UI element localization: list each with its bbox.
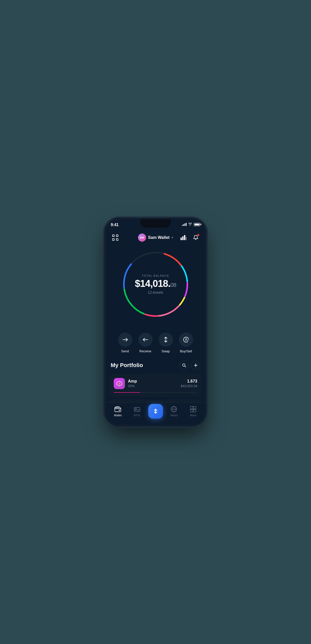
swap-label: Swap — [161, 349, 170, 353]
nav-more[interactable]: More — [184, 406, 203, 417]
asset-card-amp[interactable]: ⚡ Amp 32% 1.673 $43,003.34 — [110, 374, 201, 397]
app-content[interactable]: SW Sam Wallet ▾ — [106, 219, 205, 425]
nav-web3[interactable]: Web3 — [165, 406, 184, 417]
portfolio-title: My Portfolio — [111, 362, 143, 369]
buysell-button[interactable]: $ Buy/Sell — [179, 333, 193, 353]
portfolio-add-button[interactable] — [191, 361, 200, 370]
svg-rect-10 — [186, 237, 187, 240]
wallet-nav-icon — [114, 406, 121, 413]
svg-rect-7 — [181, 238, 182, 240]
svg-rect-1 — [116, 235, 118, 237]
amp-progress-bar — [114, 392, 197, 393]
portfolio-actions — [179, 361, 200, 370]
signal-bar-3 — [185, 223, 185, 226]
portfolio-search-button[interactable] — [179, 361, 189, 370]
svg-rect-33 — [119, 410, 120, 411]
notch — [140, 219, 171, 228]
amp-progress-fill — [114, 392, 140, 393]
bottom-nav: Wallet NFTs — [106, 402, 205, 425]
more-nav-icon — [190, 406, 197, 413]
amp-values: 1.673 $43,003.34 — [181, 379, 197, 388]
header-right — [179, 233, 200, 242]
wallet-nav-label: Wallet — [114, 414, 122, 417]
svg-rect-0 — [112, 235, 114, 237]
buysell-icon: $ — [179, 333, 193, 347]
amp-usd: $43,003.34 — [181, 384, 197, 388]
signal-bar-4 — [186, 223, 187, 226]
nfts-nav-icon — [134, 406, 141, 413]
balance-cents: 08 — [170, 282, 176, 288]
amp-pct: 32% — [128, 384, 178, 388]
svg-line-27 — [185, 366, 186, 367]
receive-label: Receive — [139, 349, 151, 353]
total-balance-label: TOTAL BALANCE — [135, 274, 176, 277]
signal-bar-2 — [183, 224, 184, 226]
svg-rect-41 — [190, 406, 193, 409]
avatar: SW — [138, 234, 146, 242]
chevron-down-icon: ▾ — [172, 236, 173, 239]
balance-main: $14,018. — [135, 278, 170, 289]
nav-center[interactable] — [147, 404, 165, 419]
svg-rect-44 — [193, 409, 196, 412]
status-icons — [182, 223, 200, 226]
balance-amount: $14,018.08 — [135, 279, 176, 288]
svg-rect-2 — [112, 239, 114, 240]
status-time: 9:41 — [111, 223, 119, 227]
battery-fill — [194, 224, 200, 225]
nfts-nav-label: NFTs — [134, 414, 140, 417]
assets-count: 12 Assets — [135, 290, 176, 294]
nav-nfts[interactable]: NFTs — [127, 406, 147, 417]
bell-icon[interactable] — [191, 233, 200, 242]
swap-button[interactable]: Swap — [159, 333, 173, 353]
scan-icon[interactable] — [111, 233, 120, 242]
asset-row-amp: ⚡ Amp 32% 1.673 $43,003.34 — [114, 378, 197, 389]
svg-rect-43 — [190, 409, 193, 412]
web3-nav-label: Web3 — [170, 414, 178, 417]
wallet-name: Sam Wallet — [148, 235, 170, 240]
svg-rect-8 — [182, 236, 184, 240]
signal-bar-1 — [182, 225, 183, 226]
amp-name: Amp — [128, 379, 178, 384]
svg-text:⚡: ⚡ — [118, 382, 121, 385]
phone-frame: 9:41 — [106, 219, 205, 425]
svg-rect-9 — [184, 235, 185, 240]
send-icon — [118, 333, 132, 347]
chart-icon[interactable] — [179, 233, 188, 242]
amp-amount: 1.673 — [181, 379, 197, 384]
more-nav-label: More — [190, 414, 197, 417]
notification-badge — [197, 234, 199, 236]
web3-nav-icon — [170, 406, 177, 413]
svg-rect-32 — [115, 408, 121, 412]
nav-wallet[interactable]: Wallet — [108, 406, 127, 417]
balance-section: TOTAL BALANCE $14,018.08 12 Assets — [106, 246, 205, 327]
battery-icon — [194, 223, 200, 226]
send-label: Send — [121, 349, 129, 353]
receive-icon — [138, 333, 153, 347]
portfolio-header: My Portfolio — [110, 361, 201, 370]
balance-circle-container: TOTAL BALANCE $14,018.08 12 Assets — [120, 249, 191, 320]
send-button[interactable]: Send — [118, 333, 132, 353]
buysell-label: Buy/Sell — [180, 349, 192, 353]
balance-center: TOTAL BALANCE $14,018.08 12 Assets — [135, 274, 176, 294]
receive-button[interactable]: Receive — [138, 333, 153, 353]
amp-info: Amp 32% — [128, 379, 178, 388]
wifi-icon — [188, 223, 192, 226]
wallet-selector[interactable]: SW Sam Wallet ▾ — [138, 234, 173, 242]
swap-icon — [159, 333, 173, 347]
amp-icon: ⚡ — [114, 378, 125, 389]
center-action-button[interactable] — [148, 404, 163, 419]
signal-bars-icon — [182, 223, 187, 226]
svg-rect-42 — [193, 406, 196, 409]
action-buttons: Send Receive — [106, 327, 205, 361]
